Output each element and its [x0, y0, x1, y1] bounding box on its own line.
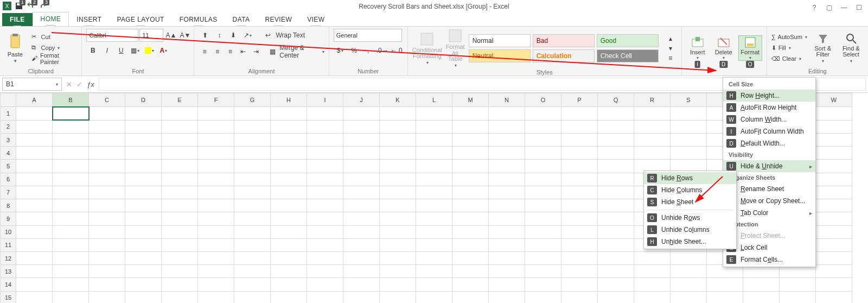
cell[interactable] [162, 265, 198, 278]
cell[interactable] [380, 238, 416, 251]
cell[interactable] [271, 225, 307, 238]
menu-autofit-column-width[interactable]: I AutoFit Column Width [723, 125, 815, 137]
cell[interactable] [598, 186, 634, 199]
style-good[interactable]: Good [597, 34, 659, 47]
menu-unhide-rows[interactable]: O Unhide Rows [644, 212, 736, 224]
cell[interactable] [489, 278, 525, 291]
column-header[interactable]: N [489, 93, 525, 107]
cell[interactable] [416, 173, 452, 186]
cell[interactable] [198, 120, 234, 133]
cell[interactable] [307, 238, 343, 251]
paste-button[interactable]: Paste ▼ [4, 33, 26, 64]
merge-center-button[interactable]: ▦ [267, 45, 279, 58]
cell[interactable] [89, 107, 125, 120]
cell[interactable] [525, 252, 561, 265]
cell[interactable] [162, 225, 198, 238]
cell[interactable] [343, 160, 380, 173]
cell[interactable] [489, 147, 525, 160]
format-cells-button[interactable]: Format▾ O [738, 35, 762, 61]
cell[interactable] [416, 278, 452, 291]
cell[interactable] [452, 120, 489, 133]
cell[interactable] [307, 147, 343, 160]
cell[interactable] [561, 120, 598, 133]
tab-page-layout[interactable]: PAGE LAYOUT P [109, 13, 171, 26]
cell[interactable] [598, 107, 634, 120]
cell[interactable] [598, 278, 634, 291]
cell[interactable] [780, 278, 816, 291]
cell[interactable] [598, 238, 634, 251]
cell[interactable] [561, 212, 598, 225]
cell[interactable] [307, 291, 343, 303]
cell[interactable] [16, 186, 53, 199]
italic-button[interactable]: I [100, 44, 113, 57]
column-header[interactable]: C [89, 93, 125, 107]
row-header[interactable]: 10 [1, 225, 16, 238]
cell[interactable] [53, 238, 89, 251]
cell[interactable] [634, 265, 671, 278]
cell[interactable] [489, 120, 525, 133]
cell[interactable] [561, 186, 598, 199]
cell[interactable] [234, 265, 271, 278]
column-header[interactable]: G [234, 93, 271, 107]
cell[interactable] [125, 160, 162, 173]
cell[interactable] [380, 173, 416, 186]
cell[interactable] [89, 291, 125, 303]
cell[interactable] [307, 133, 343, 146]
cell[interactable] [234, 173, 271, 186]
cell[interactable] [452, 265, 489, 278]
cell[interactable] [671, 107, 707, 120]
cell[interactable] [53, 291, 89, 303]
cell[interactable] [489, 225, 525, 238]
help-icon[interactable]: ? [808, 3, 820, 12]
cell[interactable] [380, 107, 416, 120]
cell[interactable] [416, 160, 452, 173]
autosum-button[interactable]: ∑AutoSum▾ [771, 32, 807, 42]
cell[interactable] [380, 265, 416, 278]
cell[interactable] [561, 133, 598, 146]
cell[interactable] [489, 173, 525, 186]
tab-insert[interactable]: INSERT N [69, 13, 109, 26]
cancel-formula-icon[interactable]: ✕ [66, 80, 72, 89]
cell[interactable] [634, 120, 671, 133]
font-name-combo[interactable] [86, 29, 138, 42]
cell[interactable] [561, 173, 598, 186]
tab-formulas[interactable]: FORMULAS M [172, 13, 225, 26]
font-size-combo[interactable] [139, 29, 163, 42]
cell[interactable] [380, 186, 416, 199]
cell[interactable] [416, 238, 452, 251]
cell[interactable] [53, 107, 89, 120]
cell[interactable] [343, 212, 380, 225]
menu-row-height[interactable]: H Row Height... [723, 90, 815, 102]
cell[interactable] [198, 278, 234, 291]
underline-button[interactable]: U [114, 44, 127, 57]
column-header[interactable]: B [53, 93, 89, 107]
cell[interactable] [162, 173, 198, 186]
cell[interactable] [343, 199, 380, 212]
cell[interactable] [89, 186, 125, 199]
cell[interactable] [416, 120, 452, 133]
cell[interactable] [234, 160, 271, 173]
cell[interactable] [343, 173, 380, 186]
cell[interactable] [525, 186, 561, 199]
cell[interactable] [16, 252, 53, 265]
cell[interactable] [707, 278, 743, 291]
cell[interactable] [198, 199, 234, 212]
cell[interactable] [53, 120, 89, 133]
column-header[interactable]: A [16, 93, 53, 107]
cell[interactable] [489, 199, 525, 212]
cell[interactable] [525, 120, 561, 133]
row-header[interactable]: 9 [1, 212, 16, 225]
cell[interactable] [234, 186, 271, 199]
increase-indent-icon[interactable]: ⇥ [250, 45, 262, 58]
cell[interactable] [598, 133, 634, 146]
cell[interactable] [89, 212, 125, 225]
cell[interactable] [380, 291, 416, 303]
cell[interactable] [125, 225, 162, 238]
cell[interactable] [561, 291, 598, 303]
cell[interactable] [16, 173, 53, 186]
cell[interactable] [198, 173, 234, 186]
cell[interactable] [525, 225, 561, 238]
cell[interactable] [16, 147, 53, 160]
cell[interactable] [307, 199, 343, 212]
cell[interactable] [343, 186, 380, 199]
